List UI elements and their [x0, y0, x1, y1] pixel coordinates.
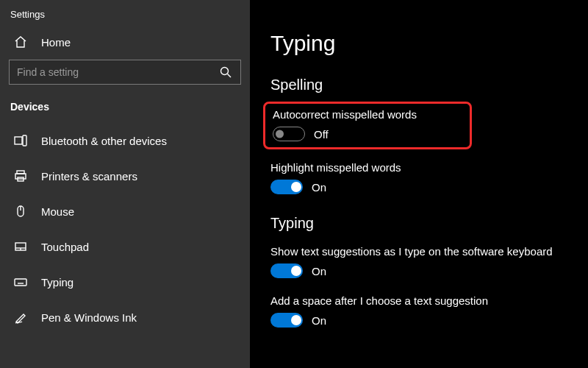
search-box[interactable]: [9, 60, 241, 85]
toggle-state: On: [312, 265, 326, 277]
sidebar-item-label: Mouse: [41, 205, 74, 218]
sidebar-item-typing[interactable]: Typing: [0, 264, 250, 300]
category-heading: Devices: [0, 98, 250, 123]
devices-icon: [13, 133, 28, 148]
sidebar-item-bluetooth[interactable]: Bluetooth & other devices: [0, 123, 250, 158]
setting-label: Highlight misspelled words: [270, 161, 567, 174]
svg-rect-2: [15, 137, 22, 144]
setting-label: Autocorrect misspelled words: [273, 108, 417, 121]
setting-text-suggestions: Show text suggestions as I type on the s…: [270, 245, 567, 278]
toggle-row: On: [270, 313, 567, 328]
window-title: Settings: [0, 4, 250, 27]
toggle-add-space[interactable]: [270, 313, 303, 328]
pen-icon: [13, 310, 28, 325]
setting-label: Add a space after I choose a text sugges…: [270, 294, 567, 307]
home-link[interactable]: Home: [0, 27, 250, 60]
search-input[interactable]: [17, 66, 218, 78]
nav-list: Bluetooth & other devices Printers & sca…: [0, 123, 250, 335]
mouse-icon: [13, 204, 28, 219]
home-label: Home: [41, 36, 71, 49]
svg-line-1: [228, 74, 232, 78]
keyboard-icon: [13, 275, 28, 289]
section-title-spelling: Spelling: [270, 77, 567, 93]
annotation-highlight: Autocorrect misspelled words Off: [263, 102, 472, 149]
settings-window: Settings Home Devices Bluetooth & other …: [0, 0, 588, 368]
toggle-autocorrect[interactable]: [273, 127, 305, 141]
sidebar-item-printers[interactable]: Printers & scanners: [0, 158, 250, 194]
setting-highlight-misspelled: Highlight misspelled words On: [270, 161, 567, 194]
sidebar-item-label: Printers & scanners: [41, 170, 137, 183]
sidebar-item-label: Touchpad: [41, 241, 89, 253]
search-icon: [218, 65, 233, 79]
touchpad-icon: [13, 239, 28, 254]
toggle-row: Off: [273, 127, 417, 141]
sidebar-item-mouse[interactable]: Mouse: [0, 194, 250, 229]
setting-add-space: Add a space after I choose a text sugges…: [270, 294, 567, 328]
svg-rect-5: [15, 174, 26, 179]
setting-autocorrect: Autocorrect misspelled words Off: [273, 108, 417, 141]
sidebar-item-pen[interactable]: Pen & Windows Ink: [0, 300, 250, 335]
setting-label: Show text suggestions as I type on the s…: [270, 245, 567, 258]
toggle-row: On: [270, 263, 567, 278]
toggle-highlight-misspelled[interactable]: [270, 180, 303, 194]
toggle-text-suggestions[interactable]: [270, 263, 303, 278]
sidebar: Settings Home Devices Bluetooth & other …: [0, 0, 250, 368]
toggle-state: Off: [314, 128, 329, 141]
section-title-typing: Typing: [270, 215, 567, 232]
sidebar-item-label: Typing: [41, 276, 74, 289]
main-panel: Typing Spelling Autocorrect misspelled w…: [250, 0, 588, 368]
toggle-state: On: [312, 181, 326, 194]
svg-point-0: [221, 68, 229, 75]
printer-icon: [13, 169, 28, 183]
sidebar-item-label: Bluetooth & other devices: [41, 135, 167, 147]
svg-rect-12: [15, 279, 26, 286]
toggle-row: On: [270, 180, 567, 194]
page-title: Typing: [270, 31, 567, 56]
sidebar-item-label: Pen & Windows Ink: [41, 311, 137, 324]
svg-rect-3: [23, 135, 26, 146]
home-icon: [13, 35, 28, 49]
sidebar-item-touchpad[interactable]: Touchpad: [0, 229, 250, 264]
toggle-state: On: [312, 314, 326, 327]
